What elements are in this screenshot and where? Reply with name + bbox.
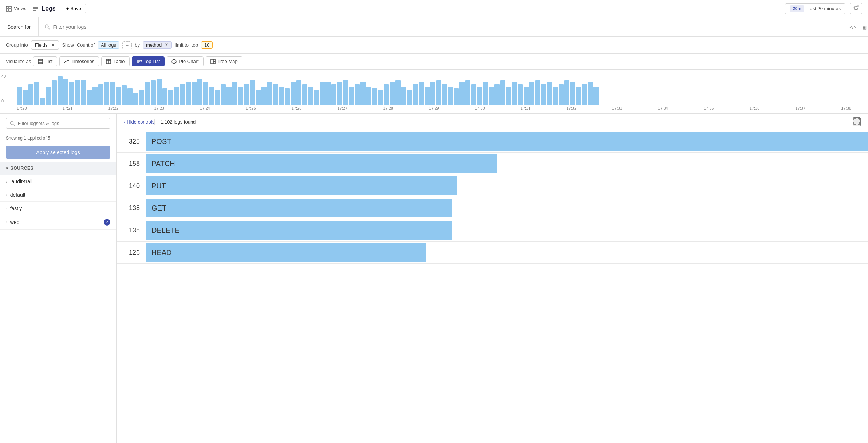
- main-layout: Showing 1 applied of 5 Apply selected lo…: [0, 114, 868, 443]
- source-item[interactable]: › web ✓: [0, 215, 116, 230]
- topbar: Views Logs + Save 20m Last 20 minutes: [0, 0, 868, 17]
- top-label: top: [192, 42, 198, 48]
- chart-bar: [273, 84, 278, 105]
- views-label: Views: [14, 6, 26, 11]
- chart-bar: [506, 87, 511, 105]
- chart-bar: [151, 80, 156, 105]
- table-icon: [106, 59, 111, 64]
- source-item[interactable]: › fastly: [0, 202, 116, 215]
- viz-treemap-button[interactable]: Tree Map: [206, 56, 242, 66]
- list-bar-label: POST: [151, 137, 171, 146]
- chart-bar: [524, 87, 529, 105]
- list-bar-wrap: PATCH: [146, 153, 868, 175]
- viz-table-button[interactable]: Table: [101, 56, 129, 66]
- sidebar-search-input[interactable]: [18, 121, 106, 126]
- source-name: default: [10, 192, 110, 198]
- save-button[interactable]: + Save: [62, 4, 86, 13]
- sources-header[interactable]: ▾ SOURCES: [0, 162, 116, 175]
- refresh-icon: [853, 5, 859, 11]
- code-icon[interactable]: </>: [848, 23, 858, 31]
- time-label: Last 20 minutes: [807, 6, 841, 11]
- list-item[interactable]: 140 PUT: [117, 175, 868, 197]
- x-axis-label: 17:34: [658, 106, 668, 110]
- chart-bar: [582, 84, 587, 105]
- viz-table-label: Table: [113, 59, 125, 64]
- svg-rect-20: [213, 59, 215, 61]
- chart-bar: [209, 87, 214, 105]
- x-axis-label: 17:32: [567, 106, 577, 110]
- all-logs-tag[interactable]: All logs: [98, 41, 119, 49]
- chart-bar: [261, 87, 267, 105]
- list-count: 126: [117, 242, 146, 263]
- chart-bar: [197, 79, 202, 105]
- sidebar: Showing 1 applied of 5 Apply selected lo…: [0, 114, 117, 443]
- source-name: fastly: [10, 205, 110, 211]
- list-item[interactable]: 138 GET: [117, 197, 868, 219]
- viz-row: Visualize as List Timeseries Table Top L…: [0, 54, 868, 70]
- svg-rect-0: [6, 6, 8, 8]
- fields-remove-icon[interactable]: ✕: [51, 42, 55, 48]
- svg-rect-2: [6, 9, 8, 11]
- viz-timeseries-label: Timeseries: [71, 59, 94, 64]
- chart-bar: [553, 87, 558, 105]
- source-item[interactable]: › default: [0, 188, 116, 202]
- chart-bar: [343, 80, 348, 105]
- apply-selected-logs-button[interactable]: Apply selected logs: [6, 146, 110, 159]
- chart-bar: [326, 82, 331, 105]
- chart-bar: [430, 82, 435, 105]
- showing-text: Showing 1 applied of 5: [0, 133, 116, 143]
- y-max: 40: [1, 74, 6, 78]
- views-button[interactable]: Views: [6, 6, 26, 12]
- chart-bar: [483, 82, 488, 105]
- chart-bar: [314, 90, 319, 105]
- topbar-left: Views Logs + Save: [6, 4, 86, 13]
- svg-point-22: [11, 121, 13, 124]
- list-bar: PATCH: [146, 154, 497, 173]
- viz-piechart-button[interactable]: Pie Chart: [167, 56, 203, 66]
- chart-bar: [535, 80, 540, 105]
- fullscreen-button[interactable]: [853, 117, 861, 126]
- list-item[interactable]: 126 HEAD: [117, 242, 868, 264]
- list-item[interactable]: 325 POST: [117, 130, 868, 153]
- viz-timeseries-button[interactable]: Timeseries: [59, 56, 99, 66]
- source-check-icon: ✓: [104, 219, 110, 226]
- x-axis-label: 17:38: [841, 106, 851, 110]
- hide-controls-button[interactable]: ‹ Hide controls: [124, 119, 154, 125]
- list-count: 325: [117, 130, 146, 152]
- chart-bar: [17, 87, 22, 105]
- x-axis-label: 17:37: [796, 106, 806, 110]
- top-num[interactable]: 10: [201, 41, 213, 49]
- refresh-button[interactable]: [850, 3, 862, 14]
- add-filter-button[interactable]: +: [122, 41, 132, 49]
- page-title: Logs: [42, 5, 55, 12]
- viz-toplist-button[interactable]: Top List: [132, 56, 165, 66]
- method-remove-icon[interactable]: ✕: [165, 42, 169, 48]
- chart-bar: [407, 90, 412, 105]
- topbar-right: 20m Last 20 minutes: [785, 3, 862, 14]
- svg-rect-19: [211, 59, 213, 64]
- x-axis-label: 17:20: [17, 106, 27, 110]
- chart-bar: [221, 84, 226, 105]
- copy-icon[interactable]: ▣: [861, 23, 868, 31]
- list-bar-wrap: POST: [146, 130, 868, 152]
- source-item[interactable]: › .audit-trail: [0, 175, 116, 188]
- chart-bar: [384, 84, 389, 105]
- svg-rect-9: [38, 59, 43, 64]
- fields-pill[interactable]: Fields ✕: [31, 40, 59, 50]
- chart-bar: [291, 82, 296, 105]
- chart-bar: [442, 84, 447, 105]
- treemap-icon: [210, 59, 216, 64]
- x-axis-label: 17:24: [200, 106, 210, 110]
- sources-list: › .audit-trail › default › fastly › web …: [0, 175, 116, 230]
- time-selector[interactable]: 20m Last 20 minutes: [785, 3, 845, 14]
- x-axis-label: 17:28: [383, 106, 393, 110]
- chart-bar: [576, 87, 581, 105]
- search-input[interactable]: [53, 24, 843, 30]
- list-item[interactable]: 158 PATCH: [117, 153, 868, 175]
- method-tag[interactable]: method ✕: [143, 41, 172, 49]
- sources-label: SOURCES: [11, 166, 34, 171]
- viz-list-button[interactable]: List: [33, 56, 57, 66]
- list-item[interactable]: 138 DELETE: [117, 219, 868, 242]
- group-into-label: Group into: [6, 42, 28, 48]
- svg-rect-1: [9, 6, 11, 8]
